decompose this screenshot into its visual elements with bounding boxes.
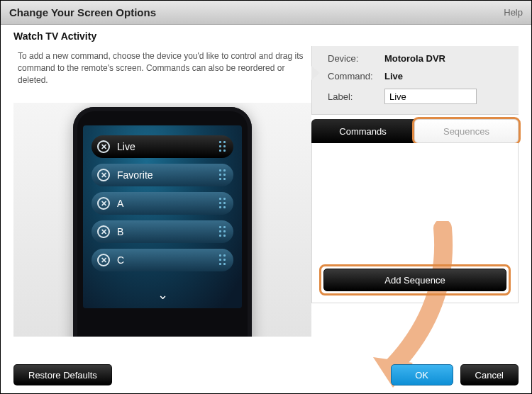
remove-icon[interactable]: ✕ (97, 169, 110, 181)
chevron-down-icon[interactable]: ⌄ (157, 287, 168, 303)
dialog-title: Change Your Screen Options (9, 6, 156, 18)
left-panel: To add a new command, choose the device … (13, 46, 311, 358)
right-panel: Device: Motorola DVR Command: Live Label… (311, 46, 519, 358)
label-input[interactable] (384, 89, 477, 104)
dialog-window: Change Your Screen Options Help Watch TV… (0, 0, 532, 394)
tab-commands[interactable]: Commands (311, 119, 414, 143)
footer: Restore Defaults OK Cancel (1, 356, 531, 393)
restore-defaults-label: Restore Defaults (28, 370, 97, 381)
add-sequence-highlight: Add Sequence (319, 264, 511, 296)
remove-icon[interactable]: ✕ (97, 225, 110, 238)
device-value: Motorola DVR (384, 53, 445, 64)
field-label: Label: (312, 84, 519, 107)
details-box: Device: Motorola DVR Command: Live Label… (311, 46, 519, 115)
drag-handle-icon[interactable] (219, 169, 226, 181)
drag-handle-icon[interactable] (219, 198, 226, 209)
tab-sequences[interactable]: Sequences (414, 119, 519, 143)
cancel-label: Cancel (475, 370, 504, 381)
pointer-notch-icon (311, 66, 320, 80)
help-link[interactable]: Help (504, 7, 523, 18)
ok-button[interactable]: OK (391, 364, 453, 385)
remote-row-label: A (117, 198, 123, 209)
remote-row[interactable]: ✕ A (92, 192, 233, 215)
drag-handle-icon[interactable] (219, 226, 226, 237)
remote-row-label: Favorite (117, 169, 153, 181)
cancel-button[interactable]: Cancel (460, 364, 519, 385)
remote-preview-stage: ✕ Live ✕ Favorite ✕ A (13, 103, 311, 337)
command-value: Live (384, 71, 403, 81)
remote-row-label: B (117, 226, 123, 237)
tab-commands-label: Commands (339, 126, 386, 137)
remove-icon[interactable]: ✕ (97, 140, 110, 153)
activity-heading: Watch TV Activity (1, 25, 531, 46)
remote-row[interactable]: ✕ Favorite (92, 164, 233, 186)
field-device: Device: Motorola DVR (312, 49, 519, 67)
instructions-text: To add a new command, choose the device … (13, 46, 311, 100)
remote-row[interactable]: ✕ C (92, 249, 233, 271)
restore-defaults-button[interactable]: Restore Defaults (13, 364, 112, 385)
remote-row[interactable]: ✕ B (92, 220, 233, 243)
remote-device: ✕ Live ✕ Favorite ✕ A (73, 107, 252, 337)
tab-sequences-label: Sequences (443, 126, 489, 137)
remove-icon[interactable]: ✕ (97, 254, 110, 266)
remote-row-label: C (117, 254, 124, 266)
command-label: Command: (328, 71, 384, 81)
titlebar: Change Your Screen Options Help (1, 1, 531, 25)
remove-icon[interactable]: ✕ (97, 197, 110, 210)
add-sequence-button[interactable]: Add Sequence (323, 269, 506, 291)
label-label: Label: (328, 91, 384, 102)
tabs: Commands Sequences (311, 119, 519, 143)
drag-handle-icon[interactable] (219, 141, 226, 152)
tab-panel-body: Add Sequence (311, 143, 519, 303)
ok-label: OK (415, 370, 428, 381)
field-command: Command: Live (312, 67, 519, 84)
remote-screen: ✕ Live ✕ Favorite ✕ A (83, 125, 242, 308)
content-area: To add a new command, choose the device … (1, 46, 531, 358)
drag-handle-icon[interactable] (219, 254, 226, 266)
remote-row[interactable]: ✕ Live (92, 135, 233, 158)
device-label: Device: (328, 53, 384, 64)
add-sequence-label: Add Sequence (384, 275, 445, 286)
remote-row-label: Live (117, 141, 135, 152)
